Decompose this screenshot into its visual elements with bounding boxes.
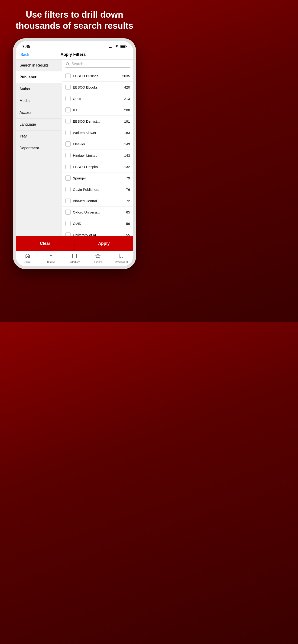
phone-device: 7:45 xyxy=(13,38,136,269)
battery-icon xyxy=(120,45,127,48)
list-item: University of Ar... 55 xyxy=(62,229,133,236)
publisher-checkbox-7[interactable] xyxy=(66,153,71,158)
publisher-count: 79 xyxy=(126,176,130,180)
status-bar: 7:45 xyxy=(16,41,133,50)
list-item: Gavin Publishers 76 xyxy=(62,184,133,195)
tab-bar: Home Browse xyxy=(16,251,133,266)
publisher-count: 420 xyxy=(124,85,130,89)
publisher-checkbox-8[interactable] xyxy=(66,164,71,169)
sidebar-item-language[interactable]: Language xyxy=(16,119,62,130)
sidebar-item-publisher[interactable]: Publisher xyxy=(16,72,62,83)
status-time: 7:45 xyxy=(22,44,30,49)
publisher-name: University of Ar... xyxy=(73,233,124,236)
publisher-checkbox-1[interactable] xyxy=(66,84,71,90)
svg-point-0 xyxy=(109,47,110,48)
publisher-count: 76 xyxy=(126,188,130,192)
publisher-checkbox-10[interactable] xyxy=(66,187,71,192)
list-item: Hindawi Limited 143 xyxy=(62,150,133,161)
search-input[interactable]: Search xyxy=(72,62,83,66)
list-item: Springer 79 xyxy=(62,172,133,184)
publisher-checkbox-2[interactable] xyxy=(66,96,71,101)
tab-reading-list[interactable]: Reading List xyxy=(110,253,133,264)
tab-home[interactable]: Home xyxy=(16,253,39,264)
publisher-checkbox-12[interactable] xyxy=(66,210,71,215)
signal-icon xyxy=(109,45,113,48)
sidebar-item-media[interactable]: Media xyxy=(16,95,62,107)
svg-marker-13 xyxy=(96,254,100,258)
publisher-checkbox-13[interactable] xyxy=(66,221,71,226)
publisher-name: OVID xyxy=(73,222,124,226)
list-item: Elsevier 149 xyxy=(62,138,133,150)
publisher-checkbox-5[interactable] xyxy=(66,130,71,135)
left-panel: Search in Results Publisher Author Media… xyxy=(16,60,62,236)
list-item: Omic 213 xyxy=(62,93,133,104)
nav-bar: Back Apply Filters xyxy=(16,50,133,60)
publisher-count: 132 xyxy=(124,165,130,169)
publisher-count: 56 xyxy=(126,222,130,226)
sidebar-item-year[interactable]: Year xyxy=(16,130,62,142)
publisher-name: EBSCO Ebooks xyxy=(73,85,122,89)
publisher-name: Wolters Kluwer xyxy=(73,131,122,135)
list-item: EBSCO Busines... 2035 xyxy=(62,70,133,82)
search-container: Search xyxy=(62,60,133,70)
publisher-checkbox-9[interactable] xyxy=(66,176,71,180)
publisher-name: Oxford Universi... xyxy=(73,210,124,214)
sidebar-item-department[interactable]: Department xyxy=(16,142,62,154)
tab-home-label: Home xyxy=(24,261,31,264)
publisher-name: IEEE xyxy=(73,108,122,112)
publisher-checkbox-14[interactable] xyxy=(66,232,71,236)
publisher-checkbox-11[interactable] xyxy=(66,198,71,203)
search-icon xyxy=(66,62,70,66)
wifi-icon xyxy=(115,45,119,48)
publisher-name: EBSCO Hospita... xyxy=(73,165,122,169)
explore-icon xyxy=(95,253,101,260)
publisher-count: 149 xyxy=(124,142,130,146)
publisher-name: Gavin Publishers xyxy=(73,188,124,192)
bottom-buttons: Clear Apply xyxy=(16,236,133,251)
publisher-count: 72 xyxy=(126,199,130,203)
publisher-checkbox-0[interactable] xyxy=(66,73,71,78)
hero-text: Use filters to drill down thousands of s… xyxy=(0,0,149,38)
collections-icon xyxy=(72,253,77,260)
sidebar-item-access[interactable]: Access xyxy=(16,107,62,119)
svg-point-6 xyxy=(66,62,69,65)
publisher-list: EBSCO Busines... 2035 EBSCO Ebooks 420 O… xyxy=(62,70,133,236)
tab-reading-list-label: Reading List xyxy=(115,261,128,264)
tab-explore[interactable]: Explore xyxy=(86,253,110,264)
status-icons xyxy=(109,45,127,48)
tab-collections-label: Collections xyxy=(69,261,80,264)
list-item: BioMed Central 72 xyxy=(62,195,133,206)
browse-icon xyxy=(48,253,54,260)
apply-button[interactable]: Apply xyxy=(75,236,133,251)
list-item: OVID 56 xyxy=(62,218,133,229)
svg-line-7 xyxy=(68,65,69,66)
publisher-count: 183 xyxy=(124,131,130,135)
publisher-count: 65 xyxy=(126,210,130,214)
tab-browse[interactable]: Browse xyxy=(39,253,63,264)
list-item: Oxford Universi... 65 xyxy=(62,206,133,218)
sidebar-item-author[interactable]: Author xyxy=(16,83,62,95)
publisher-name: EBSCO Dentist... xyxy=(73,120,122,123)
list-item: EBSCO Dentist... 191 xyxy=(62,116,133,127)
tab-collections[interactable]: Collections xyxy=(63,253,86,264)
list-item: Wolters Kluwer 183 xyxy=(62,127,133,138)
publisher-count: 2035 xyxy=(122,74,130,78)
publisher-name: Springer xyxy=(73,176,124,180)
clear-button[interactable]: Clear xyxy=(16,236,75,251)
publisher-name: BioMed Central xyxy=(73,199,124,203)
svg-rect-4 xyxy=(126,46,127,47)
publisher-count: 55 xyxy=(126,233,130,236)
publisher-checkbox-6[interactable] xyxy=(66,142,71,146)
home-icon xyxy=(25,253,31,260)
content-area: Search in Results Publisher Author Media… xyxy=(16,60,133,236)
publisher-checkbox-4[interactable] xyxy=(66,119,71,124)
tab-browse-label: Browse xyxy=(47,261,55,264)
publisher-count: 213 xyxy=(124,97,130,100)
publisher-count: 208 xyxy=(124,108,130,112)
svg-point-2 xyxy=(111,47,112,48)
back-button[interactable]: Back xyxy=(21,52,29,57)
list-item: IEEE 208 xyxy=(62,104,133,116)
publisher-checkbox-3[interactable] xyxy=(66,107,71,112)
sidebar-item-search-in-results[interactable]: Search in Results xyxy=(16,60,62,72)
publisher-count: 143 xyxy=(124,154,130,158)
